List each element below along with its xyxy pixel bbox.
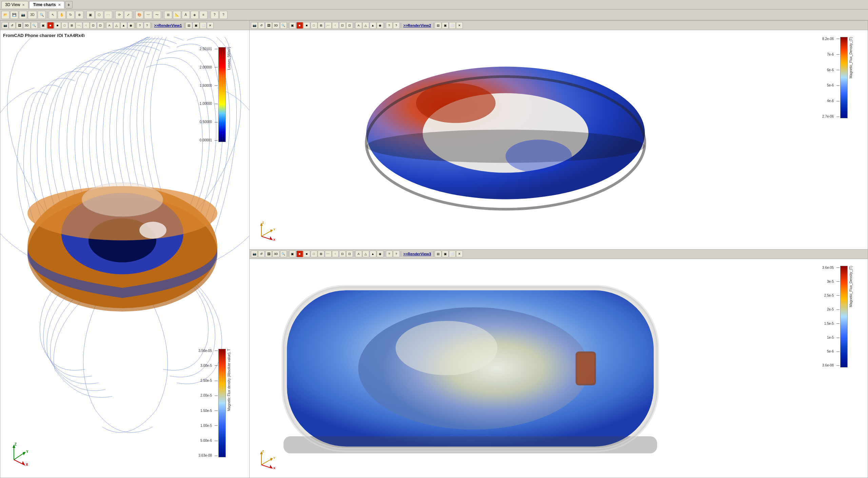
rv2-s11[interactable]: △ <box>362 22 369 29</box>
contour-button[interactable]: 〰 <box>144 11 152 19</box>
rv1-s9[interactable]: ⊡ <box>97 22 104 29</box>
rv2-s7[interactable]: ⁖ <box>332 22 339 29</box>
rv3-s1[interactable]: ▣ <box>289 251 296 257</box>
3d-button[interactable]: 3D <box>28 11 37 19</box>
rv1-s10[interactable]: A <box>106 22 113 29</box>
select-button[interactable]: ↖ <box>49 11 57 19</box>
rv3-3d-btn[interactable]: 3D <box>272 251 280 257</box>
tab-3d-view[interactable]: 3D View ✕ <box>1 1 28 8</box>
rv1-s8[interactable]: ⊡ <box>90 22 97 29</box>
rv2-s13[interactable]: ◉ <box>377 22 383 29</box>
rv1-layout1[interactable]: ▤ <box>185 22 192 29</box>
rv2-screenshot-btn[interactable]: 🖼 <box>265 22 272 29</box>
rv2-layout2[interactable]: ▣ <box>442 22 449 29</box>
rv1-zoom-btn[interactable]: 🔍 <box>31 22 38 29</box>
move-button[interactable]: ✋ <box>58 11 66 19</box>
rv3-screenshot-btn[interactable]: 🖼 <box>265 251 272 257</box>
rv2-close[interactable]: ✕ <box>456 22 463 29</box>
rv3-s7[interactable]: ⁖ <box>332 251 339 257</box>
annotation-button[interactable]: A <box>182 11 190 19</box>
rv3-zoom-btn[interactable]: 🔍 <box>280 251 287 257</box>
rv3-s5[interactable]: ⊞ <box>318 251 324 257</box>
rv1-camera-btn[interactable]: 📷 <box>2 22 8 29</box>
rv3-s15[interactable]: ? <box>393 251 400 257</box>
right-bottom-viewport[interactable]: Z Y X 3.6e-05 3e-5 <box>250 259 868 478</box>
rv1-s13[interactable]: ◉ <box>127 22 134 29</box>
rv2-s5[interactable]: ⊞ <box>318 22 324 29</box>
rv2-s14[interactable]: ? <box>386 22 393 29</box>
rv1-s6[interactable]: ⋯ <box>76 22 82 29</box>
rv3-camera-btn[interactable]: 📷 <box>251 251 258 257</box>
tab-3d-close[interactable]: ✕ <box>22 3 25 7</box>
render-view1-label[interactable]: >>RenderView1 <box>154 23 182 27</box>
points-button[interactable]: ⋯ <box>104 11 112 19</box>
rv1-maximize[interactable]: ⬜ <box>200 22 206 29</box>
rv3-s3[interactable]: ■ <box>303 251 310 257</box>
right-top-viewport[interactable]: Z Y X 8.2e-06 7e-6 <box>250 30 868 249</box>
rv1-s2[interactable]: ■ <box>47 22 54 29</box>
fit-button[interactable]: ⤢ <box>124 11 132 19</box>
rv3-s9[interactable]: ⊡ <box>346 251 353 257</box>
ruler-button[interactable]: 📐 <box>173 11 181 19</box>
surface-button[interactable]: ▣ <box>86 11 95 19</box>
rotate-button[interactable]: ↻ <box>66 11 75 19</box>
tab-add-button[interactable]: + <box>65 1 73 8</box>
render-view3-label[interactable]: >>RenderView3 <box>403 252 431 256</box>
rv1-screenshot-btn[interactable]: 🖼 <box>16 22 23 29</box>
rv3-layout2[interactable]: ▣ <box>442 251 449 257</box>
rv1-layout2[interactable]: ▣ <box>193 22 199 29</box>
color-button[interactable]: 🎨 <box>135 11 143 19</box>
rv2-s4[interactable]: □ <box>311 22 317 29</box>
rv1-s7[interactable]: ⁖ <box>83 22 90 29</box>
open-button[interactable]: 📂 <box>1 11 9 19</box>
rv3-s12[interactable]: ▲ <box>370 251 376 257</box>
rv1-s14[interactable]: ? <box>137 22 143 29</box>
rv2-s2[interactable]: ■ <box>296 22 303 29</box>
rv1-s15[interactable]: ? <box>144 22 151 29</box>
rv3-s10[interactable]: A <box>355 251 362 257</box>
rv3-maximize[interactable]: ⬜ <box>449 251 456 257</box>
rv2-s8[interactable]: ⊡ <box>339 22 346 29</box>
rv1-s11[interactable]: △ <box>113 22 120 29</box>
rv1-s3[interactable]: ■ <box>54 22 61 29</box>
rv1-close[interactable]: ✕ <box>207 22 214 29</box>
rv1-s4[interactable]: □ <box>61 22 68 29</box>
rv1-s1[interactable]: ▣ <box>40 22 47 29</box>
reset-view-button[interactable]: ⟳ <box>115 11 123 19</box>
probe-button[interactable]: ◈ <box>191 11 199 19</box>
rv2-maximize[interactable]: ⬜ <box>449 22 456 29</box>
rv2-s1[interactable]: ▣ <box>289 22 296 29</box>
rv2-s9[interactable]: ⊡ <box>346 22 353 29</box>
rv3-s13[interactable]: ◉ <box>377 251 383 257</box>
rv1-3d-btn[interactable]: 3D <box>23 22 31 29</box>
spreadsheet-button[interactable]: ≡ <box>199 11 208 19</box>
rv1-reload-btn[interactable]: ↺ <box>9 22 16 29</box>
render-view2-label[interactable]: >>RenderView2 <box>403 23 431 27</box>
rv3-s11[interactable]: △ <box>362 251 369 257</box>
rv2-s6[interactable]: ⋯ <box>325 22 332 29</box>
rv2-camera-btn[interactable]: 📷 <box>251 22 258 29</box>
axes-button[interactable]: ⊞ <box>164 11 172 19</box>
rv3-s8[interactable]: ⊡ <box>339 251 346 257</box>
left-3d-viewport[interactable]: FromCAD Phone charger (Qi TxA4Rx4) <box>0 30 249 478</box>
rv2-layout1[interactable]: ▤ <box>435 22 441 29</box>
rv3-layout1[interactable]: ▤ <box>435 251 441 257</box>
streamline-button[interactable]: 〜 <box>153 11 161 19</box>
rv3-reload-btn[interactable]: ↺ <box>258 251 265 257</box>
tab-time-charts[interactable]: Time charts ✕ <box>29 1 64 8</box>
camera-button[interactable]: 📷 <box>19 11 27 19</box>
rv1-s5[interactable]: ⊞ <box>68 22 75 29</box>
rv3-s2[interactable]: ■ <box>296 251 303 257</box>
rv2-s10[interactable]: A <box>355 22 362 29</box>
pan-button[interactable]: ⊕ <box>75 11 83 19</box>
tab-time-charts-close[interactable]: ✕ <box>58 3 61 7</box>
rv3-close[interactable]: ✕ <box>456 251 463 257</box>
rv3-s4[interactable]: □ <box>311 251 317 257</box>
rv2-s12[interactable]: ▲ <box>370 22 376 29</box>
zoom-in-button[interactable]: 🔍 <box>38 11 46 19</box>
info-button[interactable]: ? <box>211 11 219 19</box>
rv2-s3[interactable]: ■ <box>303 22 310 29</box>
rv2-3d-btn[interactable]: 3D <box>272 22 280 29</box>
save-button[interactable]: 💾 <box>10 11 18 19</box>
rv2-s15[interactable]: ? <box>393 22 400 29</box>
